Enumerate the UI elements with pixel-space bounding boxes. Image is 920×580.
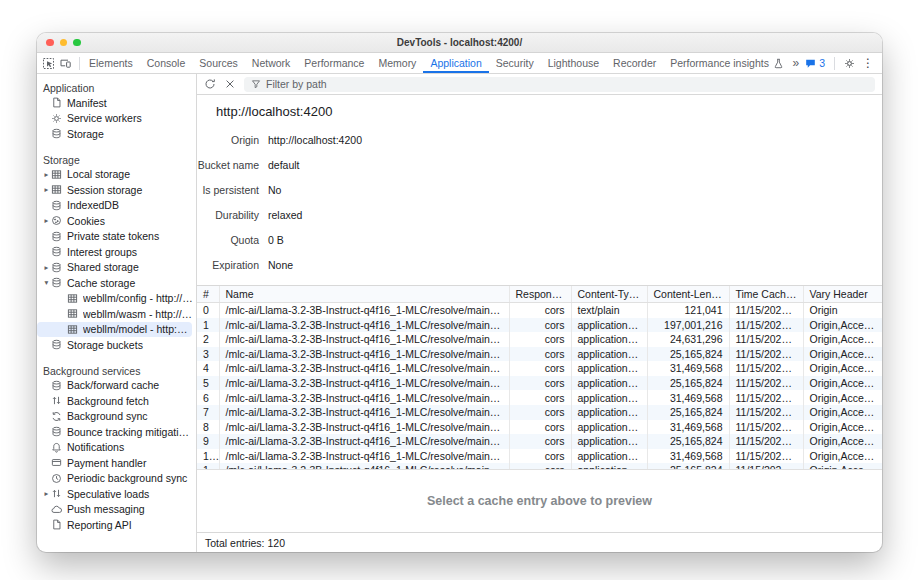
- window-title: DevTools - localhost:4200/: [37, 37, 882, 48]
- table-icon: [67, 324, 78, 335]
- settings-gear-icon[interactable]: [844, 58, 855, 69]
- tab-lighthouse[interactable]: Lighthouse: [541, 53, 606, 73]
- cell-content-length: 24,631,296: [647, 332, 729, 347]
- tab-memory[interactable]: Memory: [371, 53, 423, 73]
- sidebar-section-title: Background services: [37, 362, 196, 378]
- tree-collapsed-arrow-icon[interactable]: ▸: [42, 216, 51, 225]
- sidebar-item-cache-storage[interactable]: ▾Cache storage: [37, 275, 196, 291]
- cache-storage-panel: http://localhost:4200 Originhttp://local…: [197, 74, 882, 552]
- cell-time-cached: 11/15/2024, 10…: [729, 405, 803, 420]
- tab-console[interactable]: Console: [140, 53, 193, 73]
- sidebar-item-back-forward-cache[interactable]: Back/forward cache: [37, 378, 196, 394]
- sidebar-item-periodic-background-sync[interactable]: Periodic background sync: [37, 471, 196, 487]
- sidebar-item-background-fetch[interactable]: Background fetch: [37, 393, 196, 409]
- refresh-icon[interactable]: [204, 78, 216, 90]
- column-header-time-cached[interactable]: Time Cached: [729, 286, 803, 303]
- tree-collapsed-arrow-icon[interactable]: ▸: [42, 489, 51, 498]
- tab-performance-insights[interactable]: Performance insights: [663, 53, 784, 73]
- cache-entry-row[interactable]: 8/mlc-ai/Llama-3.2-3B-Instruct-q4f16_1-M…: [197, 420, 882, 435]
- cell-name: /mlc-ai/Llama-3.2-3B-Instruct-q4f16_1-ML…: [219, 405, 509, 420]
- sidebar-item-webllm-wasm-http-loca[interactable]: webllm/wasm - http://loca…: [37, 306, 196, 322]
- sidebar-section-title: Storage: [37, 151, 196, 167]
- cell-content-type: text/plain: [571, 303, 647, 318]
- cell-content-type: application/oc…: [571, 405, 647, 420]
- tab-label: Memory: [378, 57, 416, 69]
- device-toolbar-icon[interactable]: [59, 57, 72, 70]
- sidebar-item-label: Manifest: [67, 97, 110, 109]
- sidebar-item-bounce-tracking-mitigations[interactable]: Bounce tracking mitigations: [37, 424, 196, 440]
- tree-collapsed-arrow-icon[interactable]: ▸: [42, 263, 51, 272]
- message-bubble-icon: [805, 58, 816, 69]
- sidebar-item-label: Storage: [67, 128, 107, 140]
- cell-response-type: cors: [509, 434, 571, 449]
- sidebar-item-speculative-loads[interactable]: ▸Speculative loads: [37, 486, 196, 502]
- more-tabs-button[interactable]: »: [792, 56, 798, 70]
- application-sidebar: ApplicationManifestService workersStorag…: [37, 74, 197, 552]
- field-label: Expiration: [197, 259, 259, 271]
- cache-entry-row[interactable]: 9/mlc-ai/Llama-3.2-3B-Instruct-q4f16_1-M…: [197, 434, 882, 449]
- console-messages-button[interactable]: 3: [805, 57, 825, 69]
- sidebar-item-session-storage[interactable]: ▸Session storage: [37, 182, 196, 198]
- cache-entry-row[interactable]: 4/mlc-ai/Llama-3.2-3B-Instruct-q4f16_1-M…: [197, 361, 882, 376]
- cache-entry-row[interactable]: 0/mlc-ai/Llama-3.2-3B-Instruct-q4f16_1-M…: [197, 303, 882, 318]
- sidebar-item-payment-handler[interactable]: Payment handler: [37, 455, 196, 471]
- tab-application[interactable]: Application: [423, 53, 488, 73]
- sidebar-section: Storage▸Local storage▸Session storageInd…: [37, 151, 196, 353]
- sidebar-item-webllm-model-http-loc[interactable]: webllm/model - http://loc…: [37, 322, 192, 338]
- sidebar-item-storage[interactable]: Storage: [37, 126, 196, 142]
- delete-selected-icon[interactable]: [224, 78, 236, 90]
- cell-vary-header: Origin,Access…: [803, 347, 882, 362]
- statusbar: Total entries: 120: [197, 532, 882, 552]
- column-header-content-length[interactable]: Content-Length: [647, 286, 729, 303]
- tab-network[interactable]: Network: [245, 53, 298, 73]
- cache-entry-row[interactable]: 6/mlc-ai/Llama-3.2-3B-Instruct-q4f16_1-M…: [197, 390, 882, 405]
- cell-content-type: application/oc…: [571, 376, 647, 391]
- cell-vary-header: Origin,Access…: [803, 361, 882, 376]
- cache-entry-row[interactable]: 2/mlc-ai/Llama-3.2-3B-Instruct-q4f16_1-M…: [197, 332, 882, 347]
- tree-expanded-arrow-icon[interactable]: ▾: [42, 278, 51, 287]
- column-header-vary-header[interactable]: Vary Header: [803, 286, 882, 303]
- cache-entry-row[interactable]: 5/mlc-ai/Llama-3.2-3B-Instruct-q4f16_1-M…: [197, 376, 882, 391]
- sidebar-item-service-workers[interactable]: Service workers: [37, 111, 196, 127]
- sidebar-item-notifications[interactable]: Notifications: [37, 440, 196, 456]
- field-label: Bucket name: [197, 159, 259, 171]
- sidebar-item-manifest[interactable]: Manifest: [37, 95, 196, 111]
- field-value: No: [268, 184, 281, 196]
- column-header-name[interactable]: Name: [219, 286, 509, 303]
- sidebar-item-label: IndexedDB: [67, 199, 122, 211]
- cache-entry-row[interactable]: 3/mlc-ai/Llama-3.2-3B-Instruct-q4f16_1-M…: [197, 347, 882, 362]
- filter-pill[interactable]: [244, 77, 875, 92]
- sidebar-item-storage-buckets[interactable]: Storage buckets: [37, 337, 196, 353]
- sidebar-item-interest-groups[interactable]: Interest groups: [37, 244, 196, 260]
- kebab-menu-icon[interactable]: ⋮: [862, 56, 874, 70]
- tree-collapsed-arrow-icon[interactable]: ▸: [42, 170, 51, 179]
- sidebar-item-indexeddb[interactable]: IndexedDB: [37, 198, 196, 214]
- tab-sources[interactable]: Sources: [192, 53, 245, 73]
- sidebar-item-webllm-config-http-loc[interactable]: webllm/config - http://loc…: [37, 291, 196, 307]
- cell-response-type: cors: [509, 449, 571, 464]
- filter-by-path-input[interactable]: [266, 78, 868, 90]
- cache-entry-row[interactable]: 10/mlc-ai/Llama-3.2-3B-Instruct-q4f16_1-…: [197, 449, 882, 464]
- tab-recorder[interactable]: Recorder: [606, 53, 663, 73]
- sidebar-item-push-messaging[interactable]: Push messaging: [37, 502, 196, 518]
- cell-time-cached: 11/15/2024, 10…: [729, 347, 803, 362]
- cell-content-length: 31,469,568: [647, 420, 729, 435]
- column-header-response-type[interactable]: Response-Type: [509, 286, 571, 303]
- tab-performance[interactable]: Performance: [297, 53, 371, 73]
- sidebar-item-private-state-tokens[interactable]: Private state tokens: [37, 229, 196, 245]
- clock-icon: [51, 473, 62, 484]
- sidebar-item-cookies[interactable]: ▸Cookies: [37, 213, 196, 229]
- tab-elements[interactable]: Elements: [82, 53, 140, 73]
- column-header-[interactable]: #: [197, 286, 219, 303]
- cache-entry-row[interactable]: 7/mlc-ai/Llama-3.2-3B-Instruct-q4f16_1-M…: [197, 405, 882, 420]
- inspect-element-icon[interactable]: [42, 57, 55, 70]
- cache-entry-row[interactable]: 1/mlc-ai/Llama-3.2-3B-Instruct-q4f16_1-M…: [197, 318, 882, 333]
- sidebar-item-local-storage[interactable]: ▸Local storage: [37, 167, 196, 183]
- sidebar-item-reporting-api[interactable]: Reporting API: [37, 517, 196, 533]
- tree-collapsed-arrow-icon[interactable]: ▸: [42, 185, 51, 194]
- column-header-content-type[interactable]: Content-Type: [571, 286, 647, 303]
- tab-security[interactable]: Security: [489, 53, 541, 73]
- field-value: 0 B: [268, 234, 284, 246]
- sidebar-item-background-sync[interactable]: Background sync: [37, 409, 196, 425]
- sidebar-item-shared-storage[interactable]: ▸Shared storage: [37, 260, 196, 276]
